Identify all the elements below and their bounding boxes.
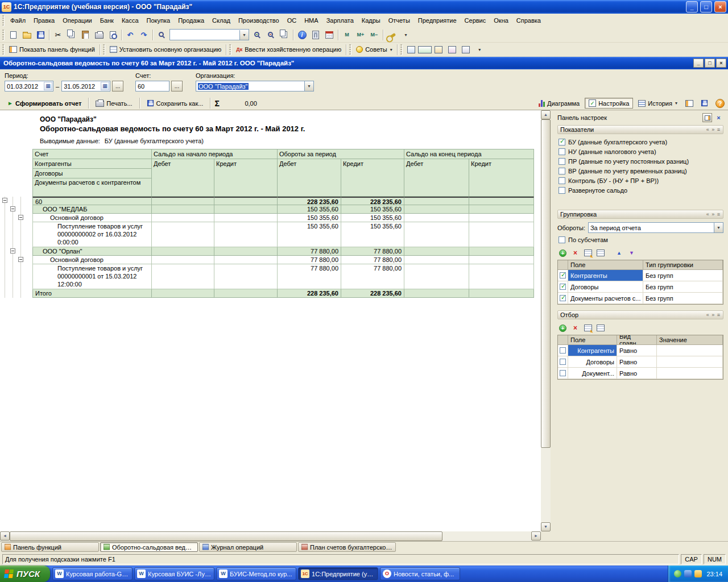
- scroll-right-icon[interactable]: ►: [531, 531, 541, 541]
- help-icon[interactable]: ?: [715, 99, 725, 108]
- calendar-picker-icon[interactable]: ▦: [101, 82, 109, 90]
- report-window-titlebar[interactable]: Оборотно-сальдовая ведомость по счету 60…: [0, 57, 728, 69]
- menu-item[interactable]: Правка: [30, 15, 59, 26]
- section-controls[interactable]: « » ≡: [706, 127, 721, 132]
- checkbox[interactable]: ✓: [559, 187, 565, 194]
- organization-select[interactable]: ООО "Парадайз" ▼: [196, 81, 314, 92]
- print-document-icon[interactable]: [445, 43, 459, 56]
- filter-value[interactable]: [657, 345, 723, 356]
- grouping-type[interactable]: Без групп: [643, 281, 723, 293]
- menu-item[interactable]: Справка: [512, 15, 545, 26]
- calculator-icon[interactable]: [309, 28, 322, 41]
- menu-item[interactable]: Сервис: [461, 15, 490, 26]
- report-row[interactable]: Поступление товаров и услуг 00000000002 …: [0, 222, 541, 247]
- menu-item[interactable]: Отчеты: [384, 15, 414, 26]
- scroll-down-icon[interactable]: ▼: [541, 522, 551, 531]
- grouping-type[interactable]: Без групп: [643, 270, 723, 281]
- indicator-checkbox[interactable]: ✓ БУ (данные бухгалтерского учета): [559, 137, 723, 147]
- move-down-icon[interactable]: ▼: [626, 248, 637, 258]
- menu-item[interactable]: Банк: [96, 15, 118, 26]
- more-commands-icon[interactable]: ▾: [473, 43, 486, 56]
- filter-row[interactable]: ✓ Договоры Равно: [558, 356, 723, 368]
- start-button[interactable]: ПУСК: [0, 566, 50, 582]
- report-row[interactable]: Поступление товаров и услуг 00000000001 …: [0, 264, 541, 289]
- account-choose-button[interactable]: ...: [171, 81, 183, 92]
- mdi-tab[interactable]: План счетов бухгалтерског...: [298, 542, 396, 552]
- menu-grip[interactable]: [2, 15, 4, 26]
- checkbox[interactable]: ✓: [560, 295, 566, 301]
- print-preview-icon[interactable]: [106, 28, 119, 41]
- filter-value[interactable]: [657, 356, 723, 368]
- taskbar-task[interactable]: O Новости, статьи, ф...: [380, 567, 460, 580]
- report-viewport[interactable]: ООО "Парадайз" Оборотно-сальдовая ведомо…: [0, 110, 541, 531]
- save-icon[interactable]: [34, 28, 47, 41]
- mdi-restore-button[interactable]: □: [705, 59, 715, 68]
- account-input[interactable]: 60: [135, 81, 169, 92]
- menu-item[interactable]: Склад: [208, 15, 234, 26]
- grouping-field[interactable]: Контрагенты: [568, 270, 643, 281]
- checkbox[interactable]: ✓: [560, 347, 566, 354]
- open-report-icon[interactable]: [404, 43, 418, 56]
- zoom-out-icon[interactable]: [264, 28, 278, 41]
- filter-row[interactable]: ✓ Контрагенты Равно: [558, 345, 723, 356]
- employees-icon[interactable]: [432, 43, 445, 56]
- menu-item[interactable]: Продажа: [174, 15, 208, 26]
- add-icon[interactable]: +: [557, 248, 568, 258]
- print-icon[interactable]: [92, 28, 106, 41]
- checkbox[interactable]: ✓: [560, 370, 566, 376]
- scroll-up-icon[interactable]: ▲: [541, 110, 551, 119]
- diagram-button[interactable]: Диаграмма: [535, 98, 584, 109]
- copy-grid-icon[interactable]: [595, 248, 606, 258]
- horizontal-scrollbar[interactable]: ◄ ►: [0, 531, 541, 541]
- mdi-tab[interactable]: Оборотно-сальдовая ведом...: [100, 542, 198, 552]
- search-combobox[interactable]: ▼: [169, 29, 249, 40]
- save-as-button[interactable]: Сохранить как...: [143, 98, 208, 109]
- post-document-icon[interactable]: [459, 43, 473, 56]
- section-controls[interactable]: « » ≡: [706, 312, 721, 318]
- filter-field[interactable]: Документ...: [568, 368, 617, 379]
- indicators-section-header[interactable]: Показатели « » ≡: [557, 125, 723, 134]
- grouping-type[interactable]: Без групп: [643, 293, 723, 304]
- turnover-select[interactable]: За период отчета ▼: [588, 222, 723, 233]
- collapse-icon[interactable]: [2, 198, 7, 203]
- memory-plus-button[interactable]: M+: [354, 28, 367, 41]
- open-icon[interactable]: [20, 28, 34, 41]
- mdi-close-button[interactable]: ×: [716, 59, 726, 68]
- menu-item[interactable]: Зарплата: [322, 15, 358, 26]
- save-settings-icon[interactable]: [697, 97, 711, 110]
- scrollbar-thumb[interactable]: [10, 531, 442, 541]
- checkbox[interactable]: ✓: [560, 284, 566, 290]
- memory-button[interactable]: M: [340, 28, 354, 41]
- delete-icon[interactable]: ×: [570, 323, 581, 333]
- minimize-button[interactable]: _: [686, 1, 698, 13]
- toolbar-grip[interactable]: [229, 44, 231, 55]
- maximize-button[interactable]: □: [700, 1, 712, 13]
- new-window-icon[interactable]: [682, 97, 696, 110]
- chevron-down-icon[interactable]: ▼: [304, 81, 313, 91]
- menu-item[interactable]: Предприятие: [414, 15, 461, 26]
- menu-item[interactable]: Покупка: [143, 15, 175, 26]
- collapse-icon[interactable]: [10, 248, 15, 253]
- menu-item[interactable]: Окна: [490, 15, 512, 26]
- report-row[interactable]: Основной договор 77 880,00 77 880,00: [0, 256, 541, 264]
- clock[interactable]: 23:14: [706, 571, 722, 577]
- redo-icon[interactable]: ↷: [137, 28, 151, 41]
- by-subaccounts-checkbox[interactable]: По субсчетам: [559, 235, 723, 244]
- copy-format-icon[interactable]: [278, 28, 291, 41]
- paste-icon[interactable]: [78, 28, 92, 41]
- checkbox[interactable]: ✓: [560, 272, 566, 278]
- grouping-row[interactable]: ✓ Документы расчетов с... Без групп: [558, 293, 723, 304]
- show-function-panel-button[interactable]: Показать панель функций: [6, 45, 98, 54]
- indicator-checkbox[interactable]: ✓ НУ (данные налогового учета): [559, 147, 723, 156]
- menu-item[interactable]: ОС: [283, 15, 301, 26]
- filter-compare[interactable]: Равно: [617, 345, 657, 356]
- grouping-field[interactable]: Договоры: [568, 281, 643, 293]
- checkbox[interactable]: ✓: [559, 158, 565, 165]
- toolbar-grip[interactable]: [103, 44, 105, 55]
- section-controls[interactable]: « » ≡: [706, 211, 721, 217]
- chevron-down-icon[interactable]: ▼: [239, 30, 249, 40]
- report-row[interactable]: Основной договор 150 355,60 150 355,60: [0, 214, 541, 222]
- filter-field[interactable]: Договоры: [568, 356, 617, 368]
- report-row[interactable]: ООО "МЕДЛАБ ИНТЕРНАЦИОНАЛЬ" 150 355,60 1…: [0, 205, 541, 214]
- toolbar-grip[interactable]: [349, 44, 351, 55]
